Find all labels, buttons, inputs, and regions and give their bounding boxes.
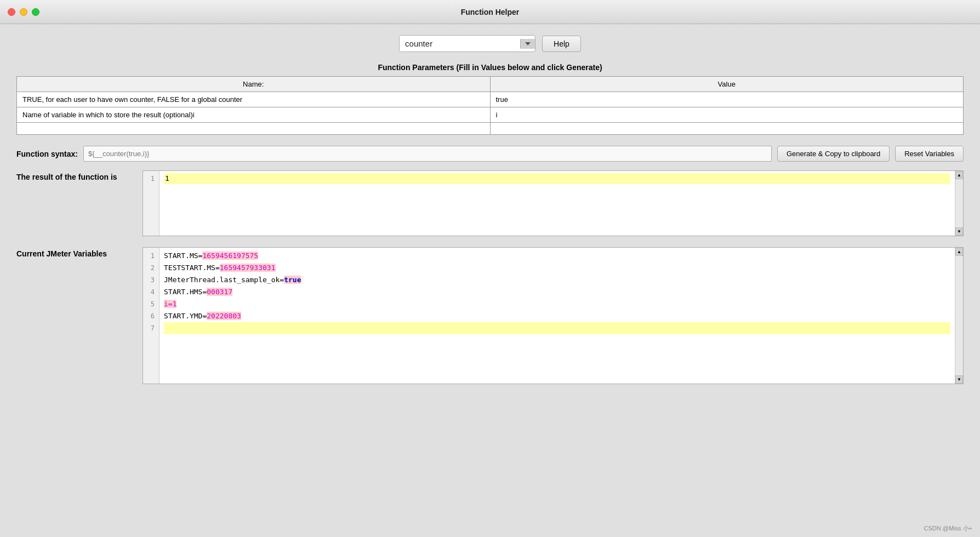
var-scroll-track <box>955 256 963 375</box>
params-table: Name: Value TRUE, for each user to have … <box>16 76 964 135</box>
var-line: START.HMS=000317 <box>164 286 950 298</box>
function-selector-row: Help <box>16 35 964 52</box>
function-dropdown-wrapper <box>399 35 535 52</box>
var-line-numbers: 1234567 <box>143 248 159 384</box>
var-text: START.HMS= <box>164 288 207 296</box>
table-row: Name of variable in which to store the r… <box>17 107 964 123</box>
var-value: 20220803 <box>207 312 241 320</box>
variables-scrollbar[interactable]: ▲ ▼ <box>955 248 963 384</box>
value-column-header: Value <box>490 77 964 92</box>
result-editor: 1 1 ▲ ▼ <box>143 170 964 236</box>
watermark: CSDN @Miss 小+ <box>924 524 972 533</box>
main-content: Help Function Parameters (Fill in Values… <box>0 24 980 395</box>
params-header: Function Parameters (Fill in Values belo… <box>16 63 964 72</box>
help-button[interactable]: Help <box>542 36 581 52</box>
var-line: START.YMD=20220803 <box>164 310 950 322</box>
result-scrollbar[interactable]: ▲ ▼ <box>955 171 963 236</box>
param-name: TRUE, for each user to have own counter,… <box>17 92 491 107</box>
var-value: 000317 <box>207 288 232 296</box>
window-controls <box>8 8 39 16</box>
var-code-content[interactable]: START.MS=1659456197575TESTSTART.MS=16594… <box>159 248 955 384</box>
syntax-input[interactable] <box>83 146 772 162</box>
var-scroll-down[interactable]: ▼ <box>955 375 963 384</box>
var-line <box>164 322 950 334</box>
result-label: The result of the function is <box>16 170 143 181</box>
chevron-down-icon <box>525 42 531 45</box>
scroll-track <box>955 179 963 227</box>
result-line-numbers: 1 <box>143 171 159 236</box>
param-value[interactable]: true <box>490 92 964 107</box>
var-line: START.MS=1659456197575 <box>164 250 950 262</box>
minimize-button[interactable] <box>20 8 27 16</box>
var-line: TESTSTART.MS=1659457933031 <box>164 262 950 274</box>
close-button[interactable] <box>8 8 15 16</box>
var-value: i=1 <box>164 300 176 308</box>
var-text: START.YMD= <box>164 312 207 320</box>
var-line: i=1 <box>164 298 950 310</box>
var-value: 1659457933031 <box>220 264 276 272</box>
maximize-button[interactable] <box>32 8 39 16</box>
param-name: Name of variable in which to store the r… <box>17 107 491 123</box>
variables-label: Current JMeter Variables <box>16 247 143 258</box>
var-text: JMeterThread.last_sample_ok= <box>164 276 284 284</box>
var-scroll-up[interactable]: ▲ <box>955 248 963 256</box>
title-bar: Function Helper <box>0 0 980 24</box>
var-value: 1659456197575 <box>202 252 258 260</box>
var-text: START.MS= <box>164 252 202 260</box>
window-title: Function Helper <box>461 8 520 16</box>
function-dropdown-arrow[interactable] <box>520 39 535 49</box>
syntax-label: Function syntax: <box>16 150 78 158</box>
table-row-empty <box>17 123 964 135</box>
var-text: TESTSTART.MS= <box>164 264 220 272</box>
param-value[interactable]: i <box>490 107 964 123</box>
generate-copy-button[interactable]: Generate & Copy to clipboard <box>777 146 890 162</box>
variables-editor: 1234567 START.MS=1659456197575TESTSTART.… <box>143 247 964 384</box>
var-line: JMeterThread.last_sample_ok=true <box>164 274 950 286</box>
syntax-row: Function syntax: Generate & Copy to clip… <box>16 146 964 162</box>
result-code-content[interactable]: 1 <box>159 171 955 236</box>
variables-section: Current JMeter Variables 1234567 START.M… <box>16 247 964 384</box>
scroll-up-arrow[interactable]: ▲ <box>955 171 963 179</box>
result-section: The result of the function is 1 1 ▲ ▼ <box>16 170 964 236</box>
var-value: true <box>284 276 301 284</box>
result-value: 1 <box>165 174 169 182</box>
reset-variables-button[interactable]: Reset Variables <box>895 146 964 162</box>
function-dropdown-input[interactable] <box>400 36 520 52</box>
table-row: TRUE, for each user to have own counter,… <box>17 92 964 107</box>
scroll-down-arrow[interactable]: ▼ <box>955 227 963 236</box>
name-column-header: Name: <box>17 77 491 92</box>
